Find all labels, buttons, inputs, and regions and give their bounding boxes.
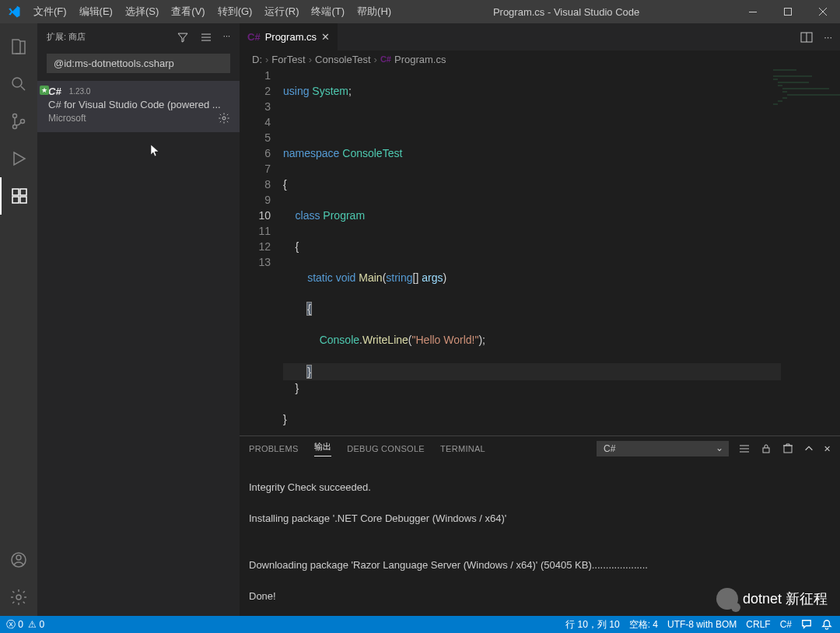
minimap[interactable] <box>770 68 840 130</box>
watermark: dotnet 新征程 <box>716 588 828 610</box>
eol-status[interactable]: CRLF <box>746 619 770 630</box>
close-tab-icon[interactable]: ✕ <box>321 31 330 43</box>
svg-rect-7 <box>12 197 19 203</box>
svg-rect-19 <box>778 85 782 86</box>
svg-point-12 <box>16 595 21 600</box>
extension-lang-badge: C# <box>48 86 61 97</box>
indent-status[interactable]: 空格: 4 <box>629 618 658 631</box>
extension-item[interactable]: ★ C# C# 1.23.0 C# for Visual Studio Code… <box>37 81 240 132</box>
errors-count[interactable]: ⓧ 0 <box>6 618 23 631</box>
extension-description: C# for Visual Studio Code (powered ... <box>48 99 230 110</box>
svg-rect-9 <box>20 189 26 195</box>
extension-gear-icon[interactable] <box>218 112 230 124</box>
menu-go[interactable]: 转到(G) <box>212 0 259 23</box>
title-bar: 文件(F) 编辑(E) 选择(S) 查看(V) 转到(G) 运行(R) 终端(T… <box>0 0 840 23</box>
clear-icon[interactable] <box>200 31 212 44</box>
encoding-status[interactable]: UTF-8 with BOM <box>667 619 737 630</box>
search-icon[interactable] <box>0 65 37 103</box>
svg-rect-27 <box>784 446 792 453</box>
lock-scroll-icon[interactable] <box>760 442 772 455</box>
output-channel-select[interactable]: C# <box>597 441 729 456</box>
extension-version: 1.23.0 <box>69 87 91 96</box>
output-settings-icon[interactable] <box>738 442 751 455</box>
close-button[interactable] <box>805 0 840 23</box>
menu-bar: 文件(F) 编辑(E) 选择(S) 查看(V) 转到(G) 运行(R) 终端(T… <box>27 0 397 23</box>
svg-rect-6 <box>12 189 19 195</box>
svg-rect-20 <box>782 88 829 89</box>
settings-gear-icon[interactable] <box>0 579 37 616</box>
svg-rect-17 <box>773 79 778 80</box>
svg-rect-1 <box>784 9 791 16</box>
sidebar-header: 扩展: 商店 ··· <box>37 23 240 51</box>
line-numbers: 12345678910111213 <box>240 68 283 435</box>
svg-point-3 <box>13 114 17 118</box>
svg-point-2 <box>12 78 22 87</box>
language-status[interactable]: C# <box>780 619 792 630</box>
panel-tab-output[interactable]: 输出 <box>314 441 332 456</box>
star-icon: ★ <box>40 86 49 95</box>
bottom-panel: PROBLEMS 输出 DEBUG CONSOLE TERMINAL C# ✕ … <box>240 435 840 616</box>
status-bar: ⓧ 0 ⚠ 0 行 10，列 10 空格: 4 UTF-8 with BOM C… <box>0 616 840 633</box>
breadcrumb-segment[interactable]: ForTest <box>271 54 305 65</box>
code-editor[interactable]: 12345678910111213 using System; namespac… <box>240 68 840 435</box>
svg-rect-25 <box>773 103 778 105</box>
filter-icon[interactable] <box>177 31 189 44</box>
explorer-icon[interactable] <box>0 28 37 65</box>
svg-rect-26 <box>763 448 769 453</box>
svg-rect-18 <box>778 82 809 83</box>
panel-tabs: PROBLEMS 输出 DEBUG CONSOLE TERMINAL C# ✕ <box>240 436 840 461</box>
cursor-position[interactable]: 行 10，列 10 <box>565 618 619 631</box>
csharp-icon: C# <box>380 54 391 64</box>
svg-rect-23 <box>782 97 787 99</box>
feedback-icon[interactable] <box>801 619 812 630</box>
breadcrumb-segment[interactable]: Program.cs <box>394 54 446 65</box>
more-actions-icon[interactable]: ··· <box>824 31 832 43</box>
menu-view[interactable]: 查看(V) <box>165 0 211 23</box>
maximize-button[interactable] <box>770 0 805 23</box>
code-content[interactable]: using System; namespace ConsoleTest { cl… <box>283 68 840 435</box>
mouse-cursor <box>151 145 160 159</box>
svg-point-11 <box>16 555 21 560</box>
activity-bar <box>0 23 37 616</box>
breadcrumb-segment[interactable]: ConsoleTest <box>315 54 371 65</box>
menu-terminal[interactable]: 终端(T) <box>305 0 351 23</box>
editor-tabs: C# Program.cs ✕ ··· <box>240 23 840 51</box>
source-control-icon[interactable] <box>0 103 37 140</box>
minimize-button[interactable] <box>735 0 770 23</box>
editor-tab[interactable]: C# Program.cs ✕ <box>240 23 338 51</box>
extensions-search-input[interactable] <box>47 54 230 73</box>
svg-rect-24 <box>778 100 782 102</box>
panel-tab-problems[interactable]: PROBLEMS <box>249 444 299 453</box>
run-debug-icon[interactable] <box>0 140 37 177</box>
menu-run[interactable]: 运行(R) <box>258 0 305 23</box>
panel-tab-terminal[interactable]: TERMINAL <box>440 444 485 453</box>
breadcrumbs[interactable]: D:› ForTest› ConsoleTest› C# Program.cs <box>240 51 840 68</box>
clear-output-icon[interactable] <box>782 442 794 455</box>
chevron-up-icon[interactable] <box>803 443 814 454</box>
svg-point-4 <box>13 125 17 129</box>
warnings-count[interactable]: ⚠ 0 <box>28 619 44 630</box>
menu-file[interactable]: 文件(F) <box>27 0 73 23</box>
panel-tab-debug[interactable]: DEBUG CONSOLE <box>347 444 425 453</box>
close-panel-icon[interactable]: ✕ <box>824 444 831 454</box>
breadcrumb-segment[interactable]: D: <box>252 54 262 65</box>
output-content[interactable]: Integrity Check succeeded. Installing pa… <box>240 461 840 616</box>
account-icon[interactable] <box>0 541 37 579</box>
tab-label: Program.cs <box>265 31 317 43</box>
menu-edit[interactable]: 编辑(E) <box>73 0 119 23</box>
svg-rect-8 <box>20 197 26 203</box>
window-title: Program.cs - Visual Studio Code <box>397 6 735 18</box>
split-editor-icon[interactable] <box>800 31 813 44</box>
menu-selection[interactable]: 选择(S) <box>119 0 165 23</box>
svg-rect-21 <box>782 91 787 93</box>
wechat-icon <box>716 588 738 610</box>
sidebar: 扩展: 商店 ··· ★ C# C# 1.23.0 C# for Visual … <box>37 23 240 616</box>
extensions-icon[interactable] <box>0 177 37 215</box>
menu-help[interactable]: 帮助(H) <box>351 0 397 23</box>
csharp-icon: C# <box>247 31 261 43</box>
notifications-icon[interactable] <box>821 619 832 630</box>
window-controls <box>735 0 840 23</box>
more-icon[interactable]: ··· <box>223 31 230 44</box>
svg-rect-0 <box>749 12 757 12</box>
svg-point-5 <box>21 120 25 124</box>
